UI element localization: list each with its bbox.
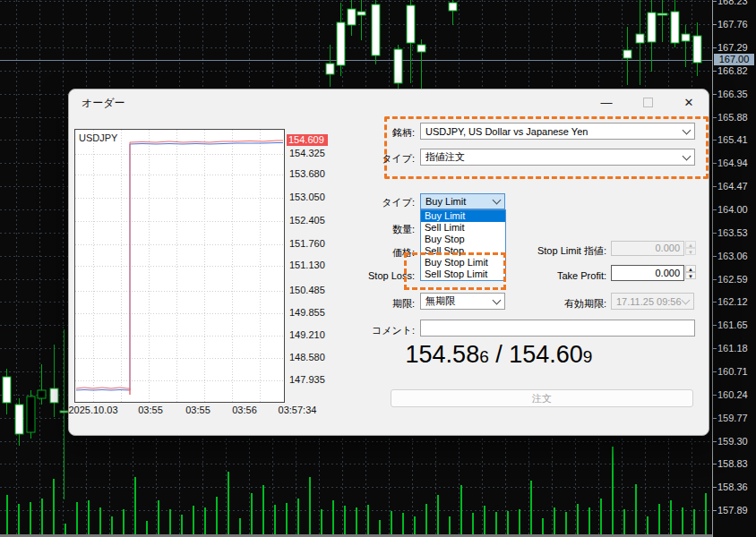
- close-icon: ✕: [684, 96, 694, 109]
- price-scale-tick-label: 164.94: [717, 158, 748, 168]
- price-scale-tick-label: 159.30: [717, 436, 748, 447]
- mini-chart-price-tick-label: 153.050: [289, 192, 325, 203]
- order-type-value: Buy Limit: [425, 196, 494, 207]
- dropdown-option-buy-stop[interactable]: Buy Stop: [421, 234, 505, 245]
- order-category-value: 指値注文: [425, 150, 683, 164]
- valid-until-value: 17.11.25 09:56: [616, 296, 683, 307]
- price-scale-tick-label: 167.29: [717, 42, 748, 53]
- price-scale-tick-label: 160.24: [717, 389, 748, 400]
- mini-chart-ask-price-label: 154.609: [287, 134, 328, 146]
- valid-until-label: 有効期限:: [508, 297, 606, 311]
- valid-until-select[interactable]: 17.11.25 09:56: [611, 293, 694, 310]
- chevron-down-icon: [683, 125, 692, 134]
- spin-down-icon: ▼: [685, 248, 696, 255]
- price-scale-tick-label: 163.53: [717, 227, 748, 238]
- dropdown-option-buy-limit[interactable]: Buy Limit: [421, 210, 505, 222]
- minimize-icon: —: [601, 96, 613, 109]
- mini-chart-price-tick-label: 152.405: [289, 215, 325, 226]
- stop-limit-label: Stop Limit 指値:: [490, 244, 606, 258]
- price-scale-tick-label: 168.23: [717, 0, 748, 6]
- mini-chart-price-tick-label: 149.210: [289, 329, 325, 341]
- maximize-button[interactable]: [639, 92, 657, 112]
- price-scale-tick-label: 162.59: [717, 274, 748, 285]
- take-profit-stepper[interactable]: ▲▼: [685, 265, 696, 281]
- price-scale-tick-label: 160.71: [717, 366, 748, 377]
- ask-price: 154.60: [509, 341, 583, 368]
- chevron-down-icon: [683, 151, 692, 160]
- order-category-label: タイプ:: [379, 152, 415, 166]
- minimize-button[interactable]: —: [597, 92, 615, 112]
- expiry-value: 無期限: [425, 294, 494, 308]
- volume-label: 数量:: [379, 223, 415, 236]
- mini-chart-price-tick-label: 151.130: [289, 260, 325, 271]
- price-scale-tick-label: 166.82: [717, 65, 748, 76]
- mini-chart-price-tick-label: 149.855: [289, 307, 325, 319]
- symbol-select[interactable]: USDJPY, US Dollar vs Japanese Yen: [420, 123, 695, 140]
- mini-chart-price-tick-label: 153.680: [289, 168, 325, 180]
- expiry-label: 期限:: [379, 297, 415, 311]
- symbol-select-value: USDJPY, US Dollar vs Japanese Yen: [425, 126, 683, 137]
- price-scale-tick-label: 157.89: [717, 505, 748, 516]
- take-profit-field[interactable]: 0.000: [611, 265, 684, 281]
- chevron-down-icon: [493, 196, 502, 205]
- expiry-select[interactable]: 無期限: [420, 293, 505, 310]
- mini-chart-time-tick-label: 03:57:34: [266, 405, 329, 415]
- stop-limit-stepper[interactable]: ▲▼: [685, 241, 696, 256]
- price-scale-tick-label: 163.06: [717, 251, 748, 261]
- dropdown-option-sell-limit[interactable]: Sell Limit: [421, 222, 505, 234]
- stop-limit-field[interactable]: 0.000: [611, 241, 684, 256]
- order-type-label: タイプ:: [379, 196, 415, 209]
- spin-up-icon: ▲: [685, 241, 696, 248]
- close-button[interactable]: ✕: [680, 92, 698, 112]
- price-scale-tick-label: 161.65: [717, 320, 748, 330]
- current-price-badge: 167.00: [714, 54, 754, 65]
- price-scale-tick-label: 158.36: [717, 482, 748, 492]
- dialog-title: オーダー: [82, 96, 125, 111]
- price-scale-tick-label: 162.12: [717, 296, 748, 307]
- price-scale-tick-label: 165.88: [717, 112, 748, 123]
- price-scale-tick-label: 161.18: [717, 343, 748, 354]
- chevron-down-icon: [682, 295, 691, 304]
- spin-down-icon: ▼: [685, 272, 696, 279]
- bid-pip-digit: 6: [479, 347, 489, 366]
- bid-ask-display: 154.586 / 154.609: [284, 341, 714, 369]
- mini-chart-price-tick-label: 154.325: [289, 148, 325, 159]
- symbol-label: 銘柄:: [379, 126, 415, 140]
- mini-chart-price-tick-label: 151.760: [289, 238, 325, 250]
- mini-chart-price-tick-label: 147.935: [289, 374, 325, 386]
- highlight-box-stop-limit-options: [404, 252, 506, 290]
- price-scale-tick-label: 167.76: [717, 19, 748, 30]
- price-scale-tick-label: 165.41: [717, 134, 748, 145]
- comment-input[interactable]: [420, 320, 695, 337]
- maximize-icon: [643, 98, 653, 107]
- spin-up-icon: ▲: [685, 265, 696, 272]
- window-controls: — ✕: [597, 92, 698, 112]
- price-scale-tick-label: 164.47: [717, 181, 748, 192]
- price-scale-tick-label: 164.00: [717, 204, 748, 215]
- price-scale-tick-label: 166.35: [717, 89, 748, 99]
- order-category-select[interactable]: 指値注文: [420, 149, 695, 166]
- take-profit-label: Take Profit:: [508, 270, 606, 281]
- mini-chart-symbol: USDJPY: [79, 132, 117, 143]
- ask-pip-digit: 9: [583, 347, 593, 366]
- mini-chart-time-tick-label: 2025.10.03: [62, 405, 125, 415]
- order-dialog: オーダー — ✕ USDJPY 154.609154.325153.680153…: [68, 89, 709, 436]
- price-scale-tick-label: 158.83: [717, 458, 748, 469]
- place-order-button[interactable]: 注文: [391, 389, 693, 407]
- mini-chart-price-tick-label: 150.485: [289, 285, 325, 296]
- price-separator: /: [489, 341, 510, 368]
- trading-terminal-screen: 168.23167.76167.29166.82166.35165.88165.…: [0, 0, 756, 537]
- price-scale-tick-label: 159.77: [717, 413, 748, 423]
- comment-label: コメント:: [370, 324, 415, 337]
- bid-price: 154.58: [406, 341, 480, 368]
- order-type-combobox[interactable]: Buy Limit: [420, 193, 505, 209]
- chevron-down-icon: [493, 295, 502, 304]
- mini-tick-chart: [74, 129, 285, 403]
